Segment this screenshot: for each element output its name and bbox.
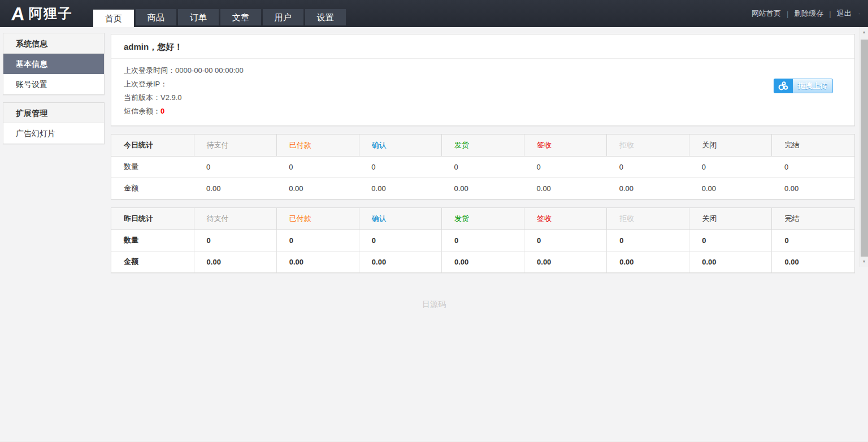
nav-link-2[interactable]: 删除缓存 — [788, 8, 829, 19]
cell-value: 0.00 — [276, 251, 359, 272]
cell-value: 0 — [276, 229, 359, 251]
upload-label: 拖拽上传 — [793, 79, 833, 93]
info-label: 当前版本： — [124, 93, 160, 102]
info-label: 短信余额： — [124, 107, 160, 115]
cell-value: 0.00 — [276, 177, 359, 199]
main-content: admin，您好！ 上次登录时间：0000-00-00 00:00:00上次登录… — [111, 34, 855, 273]
column-header-发货: 发货 — [441, 135, 524, 156]
cell-value: 0 — [359, 229, 441, 251]
stats-table: 昨日统计待支付已付款确认发货签收拒收关闭完结数量00000000金额0.000.… — [111, 208, 854, 272]
cell-value: 0.00 — [524, 177, 607, 199]
tab-用户[interactable]: 用户 — [263, 9, 303, 25]
column-header-拒收: 拒收 — [607, 208, 689, 229]
cell-value: 0.00 — [194, 177, 276, 199]
column-header-确认: 确认 — [359, 135, 441, 156]
sidebar-item-基本信息[interactable]: 基本信息 — [3, 54, 104, 74]
cell-value: 0.00 — [441, 251, 524, 272]
cell-value: 0.00 — [772, 177, 854, 199]
table-title: 昨日统计 — [111, 208, 194, 229]
nav-tabs: 首页商品订单文章用户设置 — [93, 0, 348, 27]
tab-订单[interactable]: 订单 — [178, 9, 219, 25]
table-row-数量: 数量00000000 — [111, 229, 854, 251]
cell-value: 0.00 — [689, 177, 772, 199]
welcome-title: admin，您好！ — [111, 34, 854, 59]
info-value: V2.9.0 — [160, 93, 182, 102]
tables-area: 今日统计待支付已付款确认发货签收拒收关闭完结数量00000000金额0.000.… — [111, 134, 855, 273]
stats-panel-今日统计: 今日统计待支付已付款确认发货签收拒收关闭完结数量00000000金额0.000.… — [111, 134, 855, 200]
tab-首页[interactable]: 首页 — [93, 10, 134, 27]
sidebar-item-账号设置[interactable]: 账号设置 — [3, 74, 104, 94]
top-navbar: A 阿狸子 首页商品订单文章用户设置 网站首页|删除缓存|退出· — [0, 0, 868, 27]
column-header-已付款: 已付款 — [276, 135, 359, 156]
cell-value: 0 — [772, 229, 854, 251]
cell-value: 0.00 — [772, 251, 854, 272]
row-label: 数量 — [111, 156, 194, 177]
sidebar-group-header: 扩展管理 — [3, 103, 104, 123]
cell-value: 0.00 — [359, 177, 441, 199]
info-line: 上次登录IP： — [124, 77, 842, 91]
drag-upload-button[interactable]: 拖拽上传 — [774, 79, 833, 93]
column-header-完结: 完结 — [772, 135, 854, 156]
footer-watermark: 日源码 — [0, 300, 868, 310]
column-header-完结: 完结 — [772, 208, 854, 229]
info-value: 0000-00-00 00:00:00 — [175, 66, 244, 75]
cell-value: 0 — [689, 229, 772, 251]
scrollbar-thumb[interactable] — [861, 40, 868, 257]
sidebar: 系统信息基本信息账号设置扩展管理广告幻灯片 — [3, 33, 105, 151]
column-header-关闭: 关闭 — [689, 208, 772, 229]
cell-value: 0 — [276, 156, 359, 177]
row-label: 金额 — [111, 177, 194, 199]
column-header-待支付: 待支付 — [194, 135, 276, 156]
table-row-金额: 金额0.000.000.000.000.000.000.000.00 — [111, 251, 854, 272]
vertical-scrollbar[interactable]: ▲ ▼ — [860, 27, 868, 267]
info-line: 短信余额：0 — [124, 105, 842, 118]
row-label: 金额 — [111, 251, 194, 272]
info-label: 上次登录IP： — [124, 80, 167, 88]
cell-value: 0 — [524, 156, 607, 177]
cell-value: 0 — [194, 229, 276, 251]
cell-value: 0.00 — [524, 251, 607, 272]
stats-table-head: 今日统计待支付已付款确认发货签收拒收关闭完结 — [111, 135, 854, 156]
logout-caret-icon: · — [858, 11, 860, 17]
cell-value: 0.00 — [689, 251, 772, 272]
sidebar-item-广告幻灯片[interactable]: 广告幻灯片 — [3, 123, 104, 144]
info-label: 上次登录时间： — [124, 66, 175, 75]
welcome-info: 上次登录时间：0000-00-00 00:00:00上次登录IP：当前版本：V2… — [111, 59, 854, 125]
cell-value: 0 — [194, 156, 276, 177]
scroll-down-icon[interactable]: ▼ — [860, 258, 868, 266]
sidebar-group-header: 系统信息 — [3, 33, 104, 54]
stats-table-body: 数量00000000金额0.000.000.000.000.000.000.00… — [111, 156, 854, 199]
logo-a-icon: A — [11, 5, 26, 23]
info-value: 0 — [160, 107, 164, 115]
cell-value: 0.00 — [441, 177, 524, 199]
cell-value: 0.00 — [194, 251, 276, 272]
info-line: 上次登录时间：0000-00-00 00:00:00 — [124, 64, 842, 77]
stats-table-body: 数量00000000金额0.000.000.000.000.000.000.00… — [111, 229, 854, 272]
cloud-disk-icon — [774, 79, 793, 93]
logo[interactable]: A 阿狸子 — [11, 0, 73, 27]
scroll-up-icon[interactable]: ▲ — [860, 28, 868, 36]
cell-value: 0 — [607, 156, 689, 177]
column-header-发货: 发货 — [441, 208, 524, 229]
cell-value: 0 — [524, 229, 607, 251]
nav-link-1[interactable]: 网站首页 — [746, 8, 787, 19]
row-label: 数量 — [111, 229, 194, 251]
cell-value: 0.00 — [607, 251, 689, 272]
nav-links: 网站首页|删除缓存|退出· — [746, 0, 860, 27]
column-header-签收: 签收 — [524, 208, 607, 229]
cell-value: 0.00 — [607, 177, 689, 199]
sidebar-group: 扩展管理广告幻灯片 — [3, 102, 105, 144]
cell-value: 0.00 — [359, 251, 441, 272]
table-row-数量: 数量00000000 — [111, 156, 854, 177]
column-header-关闭: 关闭 — [689, 135, 772, 156]
info-line: 当前版本：V2.9.0 — [124, 91, 842, 105]
logo-text: 阿狸子 — [29, 5, 73, 23]
tab-商品[interactable]: 商品 — [136, 9, 176, 25]
sidebar-group: 系统信息基本信息账号设置 — [3, 33, 105, 95]
column-header-待支付: 待支付 — [194, 208, 276, 229]
tab-文章[interactable]: 文章 — [220, 9, 261, 25]
cell-value: 0 — [772, 156, 854, 177]
nav-link-3[interactable]: 退出 — [831, 8, 857, 19]
table-title: 今日统计 — [111, 135, 194, 156]
tab-设置[interactable]: 设置 — [305, 9, 346, 25]
